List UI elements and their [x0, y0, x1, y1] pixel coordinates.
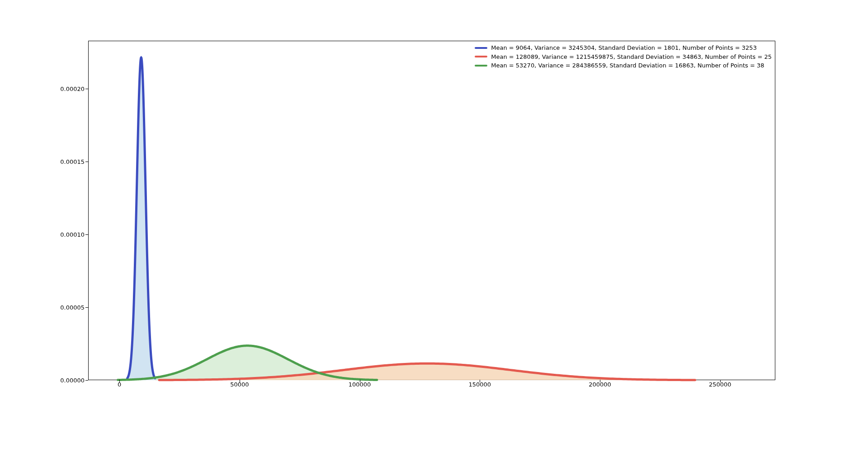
density-fill [127, 57, 155, 380]
x-tick-label: 150000 [462, 381, 498, 388]
legend-item-1: Mean = 128089, Variance = 1215459875, St… [475, 52, 772, 62]
y-tick-mark [85, 234, 88, 235]
y-tick-mark [85, 89, 88, 89]
legend: Mean = 9064, Variance = 3245304, Standar… [475, 43, 772, 70]
x-tick-label: 0 [101, 381, 137, 388]
y-tick-mark [85, 380, 88, 381]
y-tick-label: 0.00005 [39, 304, 85, 311]
y-tick-label: 0.00020 [39, 86, 85, 92]
legend-item-0: Mean = 9064, Variance = 3245304, Standar… [475, 43, 772, 52]
x-tick-label: 250000 [702, 381, 738, 388]
legend-label-0: Mean = 9064, Variance = 3245304, Standar… [491, 43, 757, 52]
y-tick-mark [85, 162, 88, 162]
y-tick-mark [85, 307, 88, 308]
y-tick-label: 0.00000 [39, 377, 85, 384]
legend-label-2: Mean = 53270, Variance = 284386559, Stan… [491, 61, 764, 70]
x-tick-label: 100000 [342, 381, 378, 388]
y-tick-label: 0.00010 [39, 231, 85, 238]
legend-swatch-0 [475, 47, 487, 49]
x-tick-label: 50000 [222, 381, 258, 388]
y-tick-label: 0.00015 [39, 158, 85, 165]
chart-svg [88, 41, 775, 380]
legend-label-1: Mean = 128089, Variance = 1215459875, St… [491, 52, 772, 62]
legend-swatch-1 [475, 56, 487, 57]
legend-swatch-2 [475, 65, 487, 67]
legend-item-2: Mean = 53270, Variance = 284386559, Stan… [475, 61, 772, 70]
x-tick-label: 200000 [582, 381, 618, 388]
chart-container: Mean = 9064, Variance = 3245304, Standar… [88, 41, 775, 380]
